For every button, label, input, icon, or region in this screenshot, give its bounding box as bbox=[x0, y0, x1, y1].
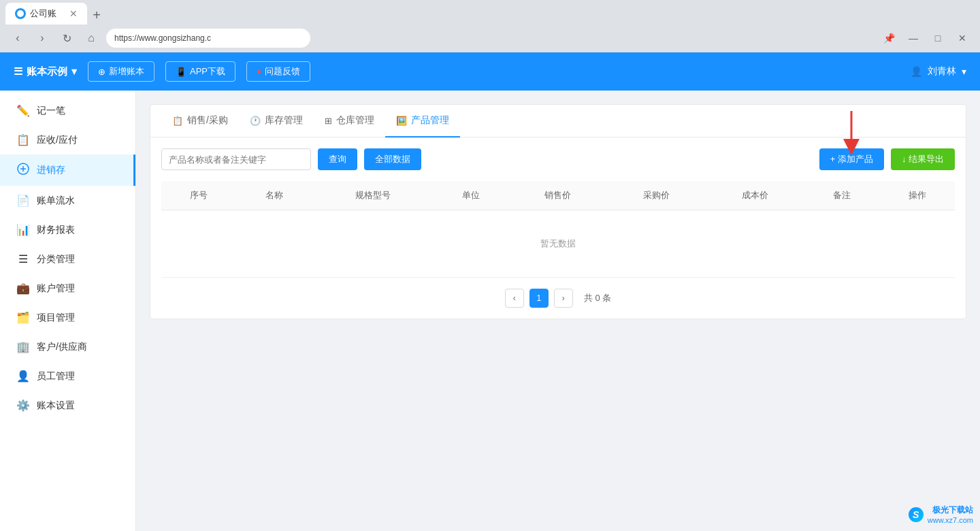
reports-icon: 📊 bbox=[16, 223, 30, 236]
tab-sales[interactable]: 📋 销售/采购 bbox=[161, 105, 239, 138]
col-actions: 操作 bbox=[879, 181, 955, 210]
pagination: ‹ 1 › 共 0 条 bbox=[150, 278, 966, 319]
sales-tab-icon: 📋 bbox=[172, 116, 183, 126]
user-dropdown-icon: ▾ bbox=[962, 66, 966, 77]
current-page-btn[interactable]: 1 bbox=[529, 289, 549, 308]
col-notes: 备注 bbox=[804, 181, 880, 210]
address-bar[interactable] bbox=[106, 29, 310, 48]
sidebar-item-employees-label: 员工管理 bbox=[37, 370, 75, 383]
receivable-icon: 📋 bbox=[16, 133, 30, 146]
sidebar-item-receivable-label: 应收/应付 bbox=[37, 134, 78, 146]
col-name: 名称 bbox=[237, 181, 312, 210]
tab-bar: 📋 销售/采购 🕐 库存管理 ⊞ 仓库管理 🖼️ 产品管理 bbox=[150, 105, 966, 138]
products-tab-icon: 🖼️ bbox=[396, 116, 407, 126]
watermark-url: www.xz7.com bbox=[928, 516, 973, 524]
user-menu[interactable]: 👤 刘青林 ▾ bbox=[911, 65, 966, 78]
sidebar-item-category-label: 分类管理 bbox=[37, 253, 75, 266]
warehouse-tab-icon: ⊞ bbox=[325, 116, 332, 126]
sidebar-item-employees[interactable]: 👤 员工管理 bbox=[0, 361, 135, 391]
browser-tab-bar: 公司账 ✕ + bbox=[0, 0, 980, 25]
product-toolbar: 查询 全部数据 + 添加产品 bbox=[150, 138, 966, 181]
browser-toolbar: ‹ › ↻ ⌂ 📌 — □ ✕ bbox=[0, 25, 980, 52]
logo-icon: ☰ bbox=[14, 65, 22, 78]
maximize-btn[interactable]: □ bbox=[928, 29, 947, 48]
col-spec: 规格型号 bbox=[312, 181, 434, 210]
projects-icon: 🗂️ bbox=[16, 311, 30, 324]
home-btn[interactable]: ⌂ bbox=[82, 29, 101, 48]
col-sale-price: 销售价 bbox=[509, 181, 608, 210]
next-page-btn[interactable]: › bbox=[554, 289, 573, 308]
tab-stock-label: 库存管理 bbox=[265, 114, 303, 127]
new-account-label: 新增账本 bbox=[109, 65, 144, 78]
sidebar-item-accounts-label: 账户管理 bbox=[37, 283, 75, 295]
app-download-icon: 📱 bbox=[176, 67, 186, 77]
sidebar-item-settings[interactable]: ⚙️ 账本设置 bbox=[0, 391, 135, 420]
sidebar-item-customers[interactable]: 🏢 客户/供应商 bbox=[0, 332, 135, 361]
sidebar-item-bills-label: 账单流水 bbox=[37, 195, 75, 207]
all-data-btn[interactable]: 全部数据 bbox=[364, 148, 421, 170]
tab-favicon bbox=[15, 8, 26, 19]
product-table: 序号 名称 规格型号 单位 销售价 采购价 成本价 备注 操作 bbox=[161, 181, 955, 278]
new-tab-btn[interactable]: + bbox=[87, 5, 106, 25]
table-body: 暂无数据 bbox=[161, 210, 955, 278]
col-unit: 单位 bbox=[434, 181, 509, 210]
notes-icon: ✏️ bbox=[16, 104, 30, 117]
product-search-input[interactable] bbox=[161, 148, 311, 170]
inventory-icon bbox=[16, 163, 30, 178]
sidebar-item-inventory-label: 进销存 bbox=[37, 164, 65, 176]
browser-action-buttons: 📌 — □ ✕ bbox=[879, 29, 972, 48]
content-card: 📋 销售/采购 🕐 库存管理 ⊞ 仓库管理 🖼️ 产品管理 bbox=[150, 104, 966, 319]
feedback-btn[interactable]: ● 问题反馈 bbox=[246, 61, 310, 82]
sidebar-item-projects[interactable]: 🗂️ 项目管理 bbox=[0, 303, 135, 332]
sidebar-item-accounts[interactable]: 💼 账户管理 bbox=[0, 274, 135, 303]
watermark: S 极光下载站 www.xz7.com bbox=[909, 504, 973, 524]
sidebar-item-bills[interactable]: 📄 账单流水 bbox=[0, 186, 135, 215]
username-label: 刘青林 bbox=[928, 65, 956, 78]
tab-close-btn[interactable]: ✕ bbox=[69, 8, 78, 19]
sidebar-item-projects-label: 项目管理 bbox=[37, 312, 75, 324]
prev-page-btn[interactable]: ‹ bbox=[505, 289, 524, 308]
col-cost-price: 成本价 bbox=[706, 181, 804, 210]
stock-tab-icon: 🕐 bbox=[250, 116, 261, 126]
main-layout: ✏️ 记一笔 📋 应收/应付 进销存 📄 账单流水 📊 财务报表 ☰ 分类管理 … bbox=[0, 91, 980, 531]
query-btn[interactable]: 查询 bbox=[318, 148, 357, 170]
sidebar-item-settings-label: 账本设置 bbox=[37, 400, 75, 412]
settings-icon: ⚙️ bbox=[16, 399, 30, 412]
feedback-icon: ● bbox=[257, 67, 261, 76]
tab-stock[interactable]: 🕐 库存管理 bbox=[239, 105, 314, 138]
accounts-icon: 💼 bbox=[16, 282, 30, 295]
sidebar-item-reports[interactable]: 📊 财务报表 bbox=[0, 215, 135, 244]
browser-chrome: 公司账 ✕ + ‹ › ↻ ⌂ 📌 — □ ✕ bbox=[0, 0, 980, 52]
export-btn[interactable]: ↓ 结果导出 bbox=[891, 148, 955, 170]
sidebar-item-inventory[interactable]: 进销存 bbox=[0, 155, 135, 186]
feedback-label: 问题反馈 bbox=[265, 65, 300, 78]
app-logo[interactable]: ☰ 账本示例 ▾ bbox=[14, 65, 77, 78]
svg-point-0 bbox=[17, 10, 24, 17]
total-count: 共 0 条 bbox=[584, 292, 611, 304]
tab-warehouse-label: 仓库管理 bbox=[336, 114, 374, 127]
app-header: ☰ 账本示例 ▾ ⊕ 新增账本 📱 APP下载 ● 问题反馈 👤 刘青林 ▾ bbox=[0, 52, 980, 91]
sidebar-item-category[interactable]: ☰ 分类管理 bbox=[0, 244, 135, 274]
tab-products-label: 产品管理 bbox=[411, 114, 449, 127]
minimize-btn[interactable]: — bbox=[904, 29, 923, 48]
watermark-site: 极光下载站 bbox=[928, 504, 973, 516]
tab-sales-label: 销售/采购 bbox=[187, 114, 228, 127]
pin-btn[interactable]: 📌 bbox=[879, 29, 898, 48]
col-purchase-price: 采购价 bbox=[607, 181, 706, 210]
new-account-btn[interactable]: ⊕ 新增账本 bbox=[88, 61, 154, 82]
tab-products[interactable]: 🖼️ 产品管理 bbox=[385, 105, 460, 138]
sidebar-item-notes[interactable]: ✏️ 记一笔 bbox=[0, 96, 135, 125]
sidebar-item-customers-label: 客户/供应商 bbox=[37, 341, 87, 353]
tab-warehouse[interactable]: ⊞ 仓库管理 bbox=[314, 105, 385, 138]
app-download-btn[interactable]: 📱 APP下载 bbox=[165, 61, 235, 82]
back-btn[interactable]: ‹ bbox=[8, 29, 27, 48]
bills-icon: 📄 bbox=[16, 194, 30, 207]
reload-btn[interactable]: ↻ bbox=[57, 29, 76, 48]
forward-btn[interactable]: › bbox=[33, 29, 52, 48]
sidebar-item-receivable[interactable]: 📋 应收/应付 bbox=[0, 125, 135, 155]
customers-icon: 🏢 bbox=[16, 340, 30, 353]
close-window-btn[interactable]: ✕ bbox=[953, 29, 972, 48]
product-table-container: 序号 名称 规格型号 单位 销售价 采购价 成本价 备注 操作 bbox=[150, 181, 966, 278]
add-product-btn[interactable]: + 添加产品 bbox=[819, 148, 884, 170]
browser-tab[interactable]: 公司账 ✕ bbox=[5, 3, 87, 25]
